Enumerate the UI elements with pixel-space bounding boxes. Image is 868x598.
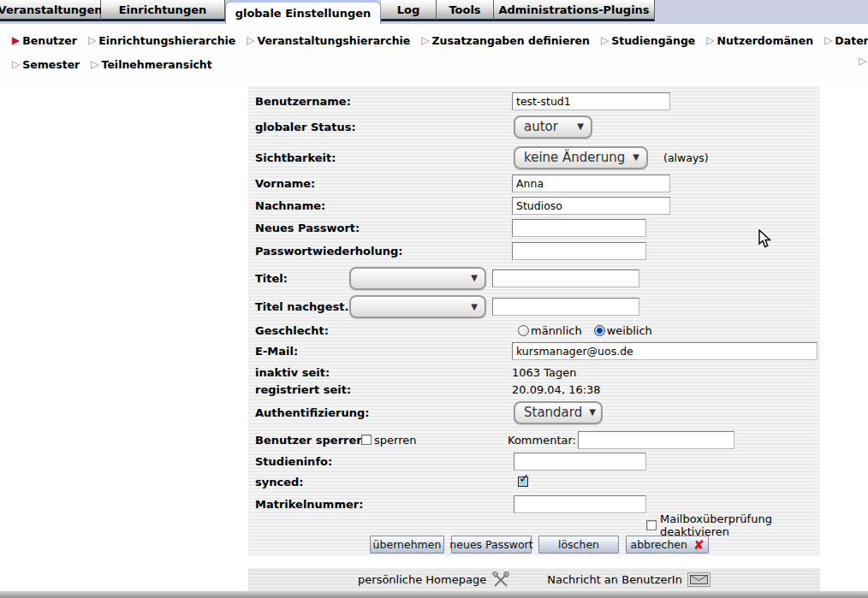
- tab-log[interactable]: Log: [381, 0, 437, 21]
- matrikelnummer-label: Matrikelnummer:: [255, 498, 363, 511]
- chevron-down-icon: ▼: [471, 273, 478, 282]
- row-geschlecht: Geschlecht: männlich weiblich: [248, 322, 820, 340]
- passwortwiederholung-input[interactable]: [512, 242, 646, 260]
- tab-administrations-plugins[interactable]: Administrations-Plugins: [494, 0, 655, 21]
- kommentar-input[interactable]: [578, 431, 734, 449]
- tab-veranstaltungen[interactable]: Veranstaltungen: [0, 0, 101, 21]
- nav-arrow-active-icon: ▶: [12, 35, 20, 45]
- passwortwiederholung-label: Passwortwiederholung:: [255, 245, 402, 258]
- sichtbarkeit-hint: (always): [663, 151, 709, 164]
- nav-item-einrichtungshierarchie[interactable]: ▷ Einrichtungshierarchie: [88, 34, 235, 47]
- footer-bar: persönliche Homepage Nachricht an Benutz…: [248, 568, 820, 591]
- nav-arrow-icon: ▷: [601, 35, 609, 45]
- nav-item-veranstaltungshierarchie[interactable]: ▷ Veranstaltungshierarchie: [247, 34, 410, 47]
- tab-strip: Veranstaltungen Einrichtungen globale Ei…: [0, 0, 655, 24]
- radio-maennlich[interactable]: männlich: [518, 324, 582, 337]
- neues-passwort-button[interactable]: neues Passwort: [451, 536, 532, 554]
- matrikelnummer-input[interactable]: [514, 495, 646, 513]
- nav-item-datenfelder[interactable]: ▷ Datenfelder: [824, 34, 868, 47]
- tab-tools[interactable]: Tools: [437, 0, 494, 21]
- radio-weiblich[interactable]: weiblich: [594, 324, 652, 337]
- nav-item-label: Veranstaltungshierarchie: [258, 34, 411, 47]
- registriert-seit-label: registriert seit:: [255, 383, 351, 396]
- tab-globale-einstellungen[interactable]: globale Einstellungen: [225, 0, 381, 24]
- message-link[interactable]: Nachricht an BenutzerIn: [547, 572, 710, 587]
- select-value: Standard: [524, 405, 582, 420]
- loeschen-button[interactable]: löschen: [538, 536, 619, 554]
- vorname-label: Vorname:: [255, 177, 315, 190]
- vorname-input[interactable]: [512, 175, 670, 192]
- titel-nachgestellt-input[interactable]: [492, 298, 639, 316]
- chevron-down-icon: ▼: [589, 407, 596, 417]
- inaktiv-seit-value: 1063 Tagen: [512, 366, 576, 379]
- nav-item-nutzerdomaenen[interactable]: ▷ Nutzerdomänen: [706, 34, 813, 47]
- benutzername-input[interactable]: [512, 92, 670, 110]
- sichtbarkeit-select[interactable]: keine Änderung ▼: [514, 146, 648, 169]
- radio-icon: [518, 325, 529, 336]
- nav-item-studiengaenge[interactable]: ▷ Studiengänge: [601, 34, 695, 47]
- globaler-status-select[interactable]: autor ▼: [514, 115, 592, 139]
- nachname-input[interactable]: [512, 197, 670, 215]
- row-vorname: Vorname:: [248, 173, 820, 194]
- row-passwortwiederholung: Passwortwiederholung:: [248, 240, 820, 262]
- button-label: neues Passwort: [449, 538, 532, 551]
- row-sichtbarkeit: Sichtbarkeit: keine Änderung ▼ (always): [248, 143, 820, 172]
- bottom-divider-strip: [0, 591, 868, 598]
- envelope-icon: [687, 572, 710, 587]
- nav-item-label: Nutzerdomänen: [717, 34, 814, 47]
- radio-checked-icon: [594, 325, 605, 336]
- nav-item-benutzer[interactable]: ▶ Benutzer: [12, 34, 77, 47]
- chevron-down-icon: ▼: [633, 152, 639, 162]
- titel-nachgestellt-select[interactable]: ▼: [349, 295, 486, 318]
- benutzername-label: Benutzername:: [255, 95, 351, 108]
- nav-item-semester[interactable]: ▷ Semester: [12, 58, 80, 71]
- row-neues-passwort: Neues Passwort:: [248, 217, 820, 239]
- uebernehmen-button[interactable]: übernehmen: [370, 536, 444, 554]
- nav-arrow-icon: ▷: [247, 35, 254, 45]
- studieninfo-label: Studieninfo:: [255, 455, 332, 468]
- homepage-link[interactable]: persönliche Homepage: [358, 571, 510, 589]
- row-email: E-Mail:: [248, 340, 820, 362]
- titel-nachgestellt-label: Titel nachgest.:: [255, 300, 354, 313]
- row-globaler-status: globaler Status: autor ▼: [248, 114, 820, 139]
- radio-weiblich-label: weiblich: [607, 324, 652, 337]
- radio-maennlich-label: männlich: [531, 324, 582, 337]
- nav-item-zusatzangaben[interactable]: ▷ Zusatzangaben definieren: [421, 34, 590, 47]
- neues-passwort-input[interactable]: [512, 219, 646, 237]
- authentifizierung-select[interactable]: Standard ▼: [514, 401, 603, 424]
- mailbox-checkbox[interactable]: [646, 520, 657, 530]
- titel-select[interactable]: ▼: [349, 267, 486, 290]
- user-edit-form: Benutzername: globaler Status: autor ▼ S…: [248, 86, 820, 556]
- titel-input[interactable]: [492, 269, 639, 287]
- nachname-label: Nachname:: [255, 199, 325, 212]
- admin-subnav: ▶ Benutzer ▷ Einrichtungshierarchie ▷ Ve…: [0, 24, 868, 84]
- mailbox-checkbox-label: Mailboxüberprüfung deaktivieren: [660, 512, 820, 538]
- row-mailbox-check: Mailboxüberprüfung deaktivieren: [248, 518, 820, 532]
- abbrechen-button[interactable]: abbrechen ✘: [626, 536, 709, 554]
- subnav-row-1: ▶ Benutzer ▷ Einrichtungshierarchie ▷ Ve…: [0, 28, 868, 52]
- sperren-checkbox[interactable]: [361, 435, 372, 445]
- row-authentifizierung: Authentifizierung: Standard ▼: [248, 399, 820, 426]
- tools-icon: [491, 571, 510, 589]
- subnav-row-2: ▷ Semester ▷ Teilnehmeransicht: [0, 52, 868, 76]
- synced-label: synced:: [255, 476, 304, 488]
- row-buttons: übernehmen neues Passwort löschen abbrec…: [248, 535, 820, 554]
- nav-item-label: Datenfelder: [835, 34, 868, 47]
- chevron-down-icon: ▼: [577, 121, 584, 131]
- nav-item-label: Studiengänge: [611, 34, 695, 47]
- studieninfo-input[interactable]: [514, 453, 646, 471]
- email-input[interactable]: [512, 342, 817, 360]
- nav-item-teilnehmeransicht[interactable]: ▷ Teilnehmeransicht: [91, 58, 211, 71]
- message-link-label: Nachricht an BenutzerIn: [547, 573, 682, 586]
- button-label: übernehmen: [373, 538, 442, 551]
- nav-item-label: Zusatzangaben definieren: [432, 34, 590, 47]
- checkmark-icon: ✓: [519, 472, 530, 485]
- red-x-icon: ✘: [693, 537, 705, 553]
- tab-einrichtungen[interactable]: Einrichtungen: [101, 0, 225, 21]
- row-titel: Titel: ▼: [248, 264, 820, 292]
- button-label: löschen: [558, 538, 599, 551]
- nav-arrow-icon: ▷: [12, 59, 20, 69]
- synced-checkbox[interactable]: ✓: [518, 477, 528, 487]
- benutzer-sperren-label: Benutzer sperren:: [255, 434, 369, 447]
- kommentar-label: Kommentar:: [508, 434, 576, 447]
